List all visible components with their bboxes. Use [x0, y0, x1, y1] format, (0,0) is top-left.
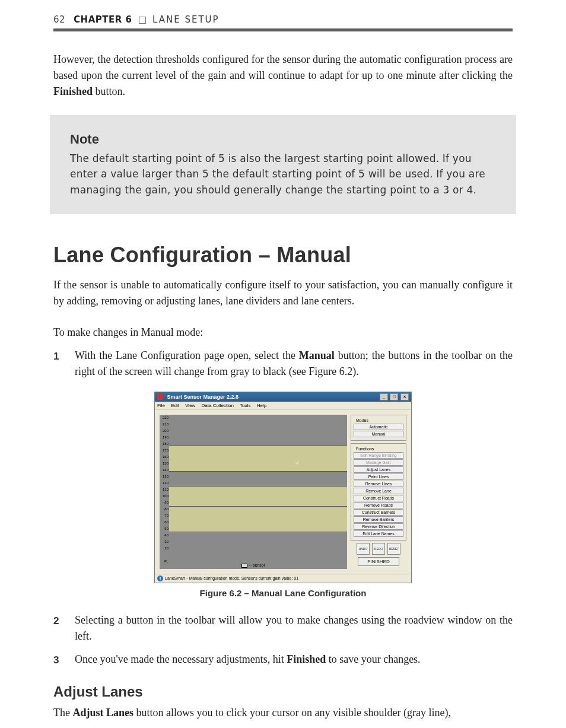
- axis-tick: 110: [160, 488, 168, 491]
- window-title: Smart Sensor Manager 2.2.8: [167, 394, 239, 400]
- modes-group: Modes Automatic Manual: [351, 415, 406, 441]
- axis-tick: 140: [160, 468, 168, 472]
- text: button allows you to click your cursor o…: [133, 707, 451, 719]
- adjust-lanes-emphasis: Adjust Lanes: [72, 707, 133, 719]
- fn-construct-barriers-button[interactable]: Construct Barriers: [354, 509, 403, 516]
- chapter-title: LANE SETUP: [152, 14, 220, 25]
- section-paragraph-2: To make changes in Manual mode:: [53, 325, 513, 341]
- fn-remove-lane-button[interactable]: Remove Lane: [354, 488, 403, 494]
- roadview-canvas[interactable]: 220 210 200 190 180 170 160 150 140 130 …: [160, 415, 347, 569]
- text: With the Lane Configuration page open, s…: [75, 349, 299, 361]
- section-heading: Lane Configuration – Manual: [53, 243, 513, 268]
- figure-6-2: Smart Sensor Manager 2.2.8 _ □ × File Ed…: [53, 392, 513, 598]
- text: However, the detection thresholds config…: [53, 53, 513, 81]
- info-icon: i: [157, 576, 163, 581]
- maximize-button[interactable]: □: [390, 393, 398, 400]
- hand-cursor-icon: ☟: [295, 459, 299, 467]
- fn-edit-lane-names-button[interactable]: Edit Lane Names: [354, 530, 403, 537]
- axis-tick: 60: [160, 520, 168, 524]
- axis-tick: 40: [160, 533, 168, 537]
- axis-tick: 120: [160, 481, 168, 485]
- finished-emphasis: Finished: [287, 653, 326, 665]
- menu-data-collection[interactable]: Data Collection: [202, 403, 234, 408]
- subsection-paragraph: The Adjust Lanes button allows you to cl…: [53, 705, 513, 721]
- section-paragraph-1: If the sensor is unable to automatically…: [53, 277, 513, 309]
- side-panel: Modes Automatic Manual Functions Edit Ra…: [351, 415, 406, 569]
- axis-unit: Ft.: [160, 559, 168, 563]
- step-2: Selecting a button in the toolbar will a…: [53, 612, 513, 644]
- text: The: [53, 707, 72, 719]
- axis-tick: 200: [160, 429, 168, 433]
- lane-band: [169, 506, 347, 532]
- fn-reverse-direction-button[interactable]: Reverse Direction: [354, 523, 403, 530]
- ssm-window: Smart Sensor Manager 2.2.8 _ □ × File Ed…: [154, 392, 412, 583]
- menu-tools[interactable]: Tools: [240, 403, 251, 408]
- menu-bar: File Edit View Data Collection Tools Hel…: [155, 402, 411, 410]
- reset-button[interactable]: RESET: [387, 543, 400, 555]
- axis-tick: 210: [160, 422, 168, 426]
- step-1: With the Lane Configuration page open, s…: [53, 348, 513, 380]
- axis-tick: 190: [160, 435, 168, 439]
- text: Selecting a button in the toolbar will a…: [75, 614, 513, 642]
- window-titlebar: Smart Sensor Manager 2.2.8 _ □ ×: [155, 392, 411, 402]
- mode-manual-button[interactable]: Manual: [354, 431, 403, 437]
- status-bar: iLaneSmart - Manual configuration mode. …: [155, 574, 411, 583]
- fn-remove-barriers-button[interactable]: Remove Barriers: [354, 516, 403, 523]
- functions-legend: Functions: [355, 447, 375, 451]
- fn-remove-roads-button[interactable]: Remove Roads: [354, 502, 403, 508]
- manual-emphasis: Manual: [299, 349, 335, 361]
- status-text: LaneSmart - Manual configuration mode. S…: [165, 576, 298, 580]
- axis-tick: 80: [160, 507, 168, 511]
- subsection-heading: Adjust Lanes: [53, 684, 513, 700]
- running-header: 62 CHAPTER 6 LANE SETUP: [53, 14, 513, 25]
- axis-tick: 150: [160, 462, 168, 465]
- steps-list: With the Lane Configuration page open, s…: [53, 348, 513, 380]
- fn-manage-gain-button[interactable]: Manage Gain: [354, 459, 403, 466]
- mode-automatic-button[interactable]: Automatic: [354, 424, 403, 430]
- axis-tick: 220: [160, 416, 168, 419]
- note-title: Note: [70, 132, 496, 147]
- figure-caption: Figure 6.2 – Manual Lane Configuration: [53, 588, 513, 598]
- step-3: Once you've made the necessary adjustmen…: [53, 651, 513, 668]
- undo-button[interactable]: UNDO: [357, 543, 370, 555]
- menu-view[interactable]: View: [185, 403, 195, 408]
- fn-edit-range-blinding-button[interactable]: Edit Range Blinding: [354, 452, 403, 459]
- sensor-label: sensor: [253, 563, 265, 567]
- finished-emphasis: Finished: [53, 85, 93, 97]
- app-icon: [157, 394, 163, 400]
- text: to save your changes.: [326, 653, 420, 665]
- minimize-button[interactable]: _: [380, 393, 388, 400]
- axis-tick: 180: [160, 442, 168, 446]
- fn-remove-lines-button[interactable]: Remove Lines: [354, 481, 403, 487]
- chapter-label: CHAPTER 6: [74, 14, 132, 25]
- axis-tick: 90: [160, 501, 168, 504]
- finished-button[interactable]: FINISHED: [358, 557, 399, 566]
- icon-button-row: UNDO REDO RESET: [351, 543, 406, 555]
- menu-help[interactable]: Help: [257, 403, 266, 408]
- menu-file[interactable]: File: [157, 403, 165, 408]
- page-number: 62: [53, 14, 65, 25]
- axis-tick: 160: [160, 455, 168, 459]
- fn-paint-lines-button[interactable]: Paint Lines: [354, 473, 403, 480]
- axis-tick: 50: [160, 527, 168, 530]
- axis-tick: 30: [160, 540, 168, 543]
- fn-construct-roads-button[interactable]: Construct Roads: [354, 495, 403, 501]
- intro-paragraph: However, the detection thresholds config…: [53, 52, 513, 100]
- axis: 220 210 200 190 180 170 160 150 140 130 …: [160, 415, 169, 569]
- fn-adjust-lanes-button[interactable]: Adjust Lanes: [354, 466, 403, 473]
- chapter-divider-icon: [139, 17, 146, 24]
- note-box: Note The default starting point of 5 is …: [50, 115, 516, 214]
- axis-tick: 170: [160, 449, 168, 452]
- note-body: The default starting point of 5 is also …: [70, 151, 496, 198]
- sensor-marker: ←sensor: [241, 563, 265, 568]
- menu-edit[interactable]: Edit: [171, 403, 179, 408]
- axis-tick: 70: [160, 514, 168, 517]
- redo-button[interactable]: REDO: [372, 543, 385, 555]
- close-button[interactable]: ×: [400, 393, 409, 400]
- axis-tick: 130: [160, 475, 168, 478]
- text: button.: [93, 85, 125, 97]
- modes-legend: Modes: [355, 418, 370, 422]
- functions-group: Functions Edit Range Blinding Manage Gai…: [351, 443, 406, 541]
- sensor-icon: [241, 564, 247, 568]
- steps-list-cont: Selecting a button in the toolbar will a…: [53, 612, 513, 668]
